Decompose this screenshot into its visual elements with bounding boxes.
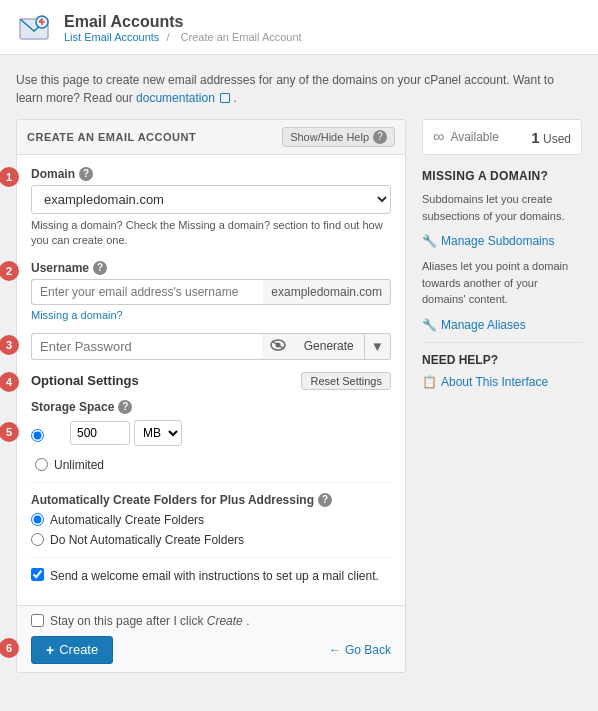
password-form-group: 3 Gener	[31, 333, 391, 360]
username-input[interactable]	[31, 279, 263, 305]
stay-on-page-checkbox[interactable]	[31, 614, 44, 627]
create-email-box: CREATE AN EMAIL ACCOUNT Show/Hide Help ?…	[16, 119, 406, 673]
create-box-body: 1 Domain ? exampledomain.com Missing a d…	[17, 155, 405, 605]
domain-hint: Missing a domain? Check the Missing a do…	[31, 218, 391, 249]
header-title-block: Email Accounts List Email Accounts / Cre…	[64, 13, 306, 43]
available-label: Available	[450, 130, 498, 144]
welcome-email-row: Send a welcome email with instructions t…	[31, 568, 391, 585]
username-label: Username ?	[31, 261, 391, 275]
username-domain-suffix: exampledomain.com	[263, 279, 391, 305]
domain-help-icon[interactable]: ?	[79, 167, 93, 181]
help-question-icon: ?	[373, 130, 387, 144]
right-divider	[422, 342, 582, 343]
aliases-text: Aliases let you point a domain towards a…	[422, 258, 582, 308]
storage-radio-mb-row: MB GB	[31, 420, 391, 452]
need-help-title: NEED HELP?	[422, 353, 582, 367]
username-row: exampledomain.com	[31, 279, 391, 305]
breadcrumb-current: Create an Email Account	[181, 31, 302, 43]
missing-domain-text: Subdomains let you create subsections of…	[422, 191, 582, 224]
plus-icon: +	[46, 642, 54, 658]
documentation-link[interactable]: documentation	[136, 91, 233, 105]
page-title: Email Accounts	[64, 13, 306, 31]
storage-unit-select[interactable]: MB GB	[134, 420, 182, 446]
page-header: Email Accounts List Email Accounts / Cre…	[0, 0, 598, 55]
storage-unlimited-row: Unlimited	[35, 458, 391, 472]
password-row: Generate ▼	[31, 333, 391, 360]
no-create-folders-label: Do Not Automatically Create Folders	[50, 533, 244, 547]
need-help-section: NEED HELP? 📋 About This Interface	[422, 353, 582, 389]
auto-create-folders-label: Automatically Create Folders	[50, 513, 204, 527]
auto-folder-option2-row: Do Not Automatically Create Folders	[31, 533, 391, 547]
auto-folder-option1-row: Automatically Create Folders	[31, 513, 391, 527]
generate-btn-group: Generate ▼	[294, 333, 391, 360]
email-accounts-icon	[16, 10, 52, 46]
optional-settings-header: 4 Optional Settings Reset Settings	[31, 372, 391, 390]
auto-folder-section: Automatically Create Folders for Plus Ad…	[31, 493, 391, 547]
availability-right: 1 Used	[531, 129, 571, 146]
storage-unlimited-radio[interactable]	[35, 458, 48, 471]
auto-folder-label: Automatically Create Folders for Plus Ad…	[31, 493, 391, 507]
breadcrumb: List Email Accounts / Create an Email Ac…	[64, 31, 306, 43]
storage-mb-radio[interactable]	[31, 429, 44, 442]
section-divider	[31, 482, 391, 483]
domain-label: Domain ?	[31, 167, 391, 181]
username-help-icon[interactable]: ?	[93, 261, 107, 275]
svg-line-5	[272, 341, 284, 349]
availability-box: ∞ Available 1 Used	[422, 119, 582, 155]
generate-dropdown-button[interactable]: ▼	[365, 333, 391, 360]
domain-select[interactable]: exampledomain.com	[31, 185, 391, 214]
main-content: Use this page to create new email addres…	[0, 55, 598, 689]
create-box-header: CREATE AN EMAIL ACCOUNT Show/Hide Help ?	[17, 120, 405, 155]
right-panel: ∞ Available 1 Used MISSING A DOMAIN? Sub…	[422, 119, 582, 399]
storage-unlimited-label: Unlimited	[54, 458, 104, 472]
domain-form-group: 1 Domain ? exampledomain.com Missing a d…	[31, 167, 391, 249]
storage-space-section: 5 Storage Space ? MB	[31, 400, 391, 472]
storage-label-row: Storage Space ?	[31, 400, 391, 414]
about-interface-link[interactable]: 📋 About This Interface	[422, 375, 582, 389]
auto-create-folders-radio[interactable]	[31, 513, 44, 526]
storage-help-icon[interactable]: ?	[118, 400, 132, 414]
infinity-icon: ∞	[433, 128, 444, 146]
create-button[interactable]: + Create	[31, 636, 113, 664]
breadcrumb-separator: /	[166, 31, 169, 43]
two-col-layout: CREATE AN EMAIL ACCOUNT Show/Hide Help ?…	[16, 119, 582, 673]
generate-password-button[interactable]: Generate	[294, 333, 365, 360]
password-input[interactable]	[31, 333, 262, 360]
left-panel: CREATE AN EMAIL ACCOUNT Show/Hide Help ?…	[16, 119, 406, 673]
optional-settings-title: Optional Settings	[31, 373, 139, 388]
info-text: Use this page to create new email addres…	[16, 71, 582, 107]
reset-settings-button[interactable]: Reset Settings	[301, 372, 391, 390]
used-label: Used	[543, 132, 571, 146]
welcome-email-checkbox[interactable]	[31, 568, 44, 581]
show-hide-help-button[interactable]: Show/Hide Help ?	[282, 127, 395, 147]
manage-subdomains-link[interactable]: 🔧 Manage Subdomains	[422, 234, 582, 248]
used-count: 1	[531, 129, 539, 146]
missing-domain-section: MISSING A DOMAIN? Subdomains let you cre…	[422, 169, 582, 332]
auto-folder-help-icon[interactable]: ?	[318, 493, 332, 507]
go-back-link[interactable]: ← Go Back	[329, 643, 391, 657]
section-divider-2	[31, 557, 391, 558]
stay-on-page-label: Stay on this page after I click Create .	[50, 614, 249, 628]
stay-on-page-row: Stay on this page after I click Create .	[31, 614, 391, 628]
missing-domain-link[interactable]: Missing a domain?	[31, 309, 391, 321]
breadcrumb-parent-link[interactable]: List Email Accounts	[64, 31, 159, 43]
bottom-bar: Stay on this page after I click Create .…	[17, 605, 405, 672]
action-row: 6 + Create ← Go Back	[31, 636, 391, 664]
storage-number-input[interactable]	[70, 421, 130, 445]
storage-input-row: MB GB	[70, 420, 182, 446]
availability-left: ∞ Available	[433, 128, 499, 146]
create-box-title: CREATE AN EMAIL ACCOUNT	[27, 131, 196, 143]
no-create-folders-radio[interactable]	[31, 533, 44, 546]
missing-domain-title: MISSING A DOMAIN?	[422, 169, 582, 183]
username-form-group: 2 Username ? exampledomain.com Missing a…	[31, 261, 391, 321]
welcome-email-label: Send a welcome email with instructions t…	[50, 568, 379, 585]
manage-aliases-link[interactable]: 🔧 Manage Aliases	[422, 318, 582, 332]
external-link-icon	[220, 93, 230, 103]
toggle-password-visibility-button[interactable]	[262, 333, 294, 360]
